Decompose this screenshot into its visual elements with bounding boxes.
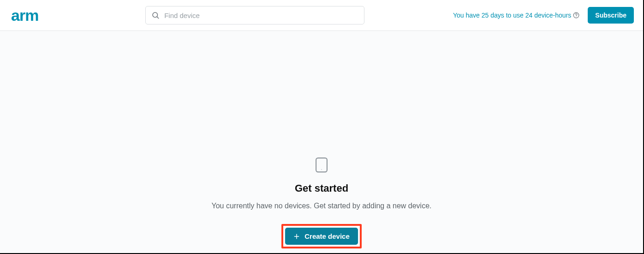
logo[interactable]: arm — [11, 7, 38, 23]
search-wrap — [57, 6, 453, 24]
subscribe-button[interactable]: Subscribe — [588, 7, 634, 24]
search-icon — [151, 11, 160, 19]
header-right: You have 25 days to use 24 device-hours … — [453, 7, 634, 24]
plus-icon — [293, 233, 300, 240]
empty-state-title: Get started — [295, 182, 348, 194]
search-input[interactable] — [164, 12, 358, 19]
empty-state-subtitle: You currently have no devices. Get start… — [211, 202, 431, 210]
empty-state: Get started You currently have no device… — [211, 157, 431, 248]
trial-status-link[interactable]: You have 25 days to use 24 device-hours — [453, 12, 579, 19]
trial-status-text: You have 25 days to use 24 device-hours — [453, 12, 571, 19]
logo-text: arm — [11, 7, 38, 23]
svg-rect-4 — [316, 158, 327, 172]
create-device-label: Create device — [304, 232, 350, 240]
help-icon[interactable] — [573, 12, 579, 18]
main-content: Get started You currently have no device… — [0, 31, 643, 253]
create-device-button[interactable]: Create device — [285, 228, 358, 245]
svg-point-0 — [153, 12, 158, 18]
svg-line-1 — [157, 17, 159, 18]
tablet-icon — [316, 157, 328, 172]
header: arm You have 25 days to use 24 device-ho… — [0, 0, 643, 31]
svg-point-5 — [321, 169, 322, 169]
create-device-highlight: Create device — [281, 224, 362, 248]
search-field[interactable] — [145, 6, 364, 24]
